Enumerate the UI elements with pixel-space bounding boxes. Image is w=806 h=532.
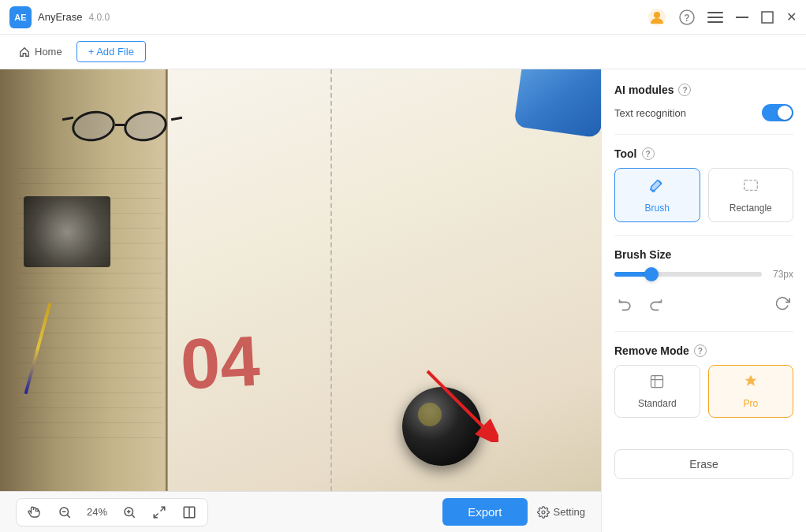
text-recognition-label: Text recognition xyxy=(614,107,686,119)
svg-line-13 xyxy=(67,515,69,517)
undo-button[interactable] xyxy=(614,292,636,318)
svg-point-22 xyxy=(542,511,545,514)
remove-mode-title: Remove Mode ? xyxy=(614,344,793,357)
export-button[interactable]: Export xyxy=(442,498,527,526)
brush-track xyxy=(614,272,762,277)
zoom-out-button[interactable] xyxy=(54,502,75,523)
home-button[interactable]: Home xyxy=(13,43,69,61)
brush-icon xyxy=(648,177,666,198)
tool-title: Tool ? xyxy=(614,147,793,160)
title-bar-left: AE AnyErase 4.0.0 xyxy=(9,6,110,28)
setting-button[interactable]: Setting xyxy=(537,506,585,519)
rectangle-tool-option[interactable]: Rectangle xyxy=(708,168,794,222)
erase-button[interactable]: Erase xyxy=(614,449,793,479)
zoom-in-button[interactable] xyxy=(119,502,140,523)
redo-button[interactable] xyxy=(644,292,666,318)
text-recognition-toggle[interactable] xyxy=(762,104,793,121)
standard-label: Standard xyxy=(638,398,677,409)
remove-mode-help-icon[interactable]: ? xyxy=(694,344,707,357)
app-version: 4.0.0 xyxy=(88,12,110,23)
menu-icon[interactable] xyxy=(707,12,723,23)
nav-bar: Home + Add File xyxy=(0,35,806,69)
rectangle-icon xyxy=(742,177,759,198)
tool-options: Brush Rectangle xyxy=(614,168,793,222)
brush-slider[interactable] xyxy=(614,272,762,277)
pro-icon xyxy=(743,374,759,393)
ai-modules-title: AI modules ? xyxy=(614,84,793,96)
svg-rect-5 xyxy=(707,17,723,18)
text-recognition-row: Text recognition xyxy=(614,104,793,121)
reset-button[interactable] xyxy=(771,292,793,318)
divider-3 xyxy=(614,331,793,332)
image-container[interactable]: 04 xyxy=(0,69,601,491)
main-image: 04 xyxy=(0,69,601,491)
svg-rect-23 xyxy=(744,180,758,191)
title-bar-right: ? ✕ xyxy=(647,8,797,27)
close-icon[interactable]: ✕ xyxy=(786,9,797,24)
remove-options: Standard Pro xyxy=(614,365,793,418)
canvas-area: 04 xyxy=(0,69,601,532)
svg-rect-4 xyxy=(707,12,723,13)
maximize-icon[interactable] xyxy=(761,11,774,24)
blue-mug xyxy=(498,69,601,148)
brush-thumb[interactable] xyxy=(644,267,659,281)
tool-help-icon[interactable]: ? xyxy=(642,147,655,160)
app-logo: AE xyxy=(9,6,32,28)
split-view-button[interactable] xyxy=(179,502,200,523)
brush-size-value: 73px xyxy=(770,269,793,280)
ai-modules-section: AI modules ? Text recognition xyxy=(614,84,793,121)
zoom-level: 24% xyxy=(84,506,110,518)
right-panel: AI modules ? Text recognition Tool ? xyxy=(601,69,806,532)
pro-label: Pro xyxy=(743,398,758,409)
help-icon[interactable]: ? xyxy=(679,9,695,25)
svg-rect-24 xyxy=(651,376,663,388)
toggle-knob xyxy=(778,106,792,120)
setting-icon xyxy=(537,506,550,519)
add-file-button[interactable]: + Add File xyxy=(76,41,146,62)
brush-size-section: Brush Size 73px xyxy=(614,248,793,280)
divider-1 xyxy=(614,134,793,135)
svg-text:?: ? xyxy=(684,12,689,23)
brush-size-row: 73px xyxy=(614,269,793,280)
standard-icon xyxy=(649,374,665,393)
svg-rect-8 xyxy=(762,12,773,23)
title-bar: AE AnyErase 4.0.0 ? xyxy=(0,0,806,35)
main-content: 04 xyxy=(0,69,806,532)
brush-label: Brush xyxy=(645,203,670,214)
tool-section: Tool ? Brush xyxy=(614,147,793,222)
user-icon[interactable] xyxy=(647,8,666,27)
minimize-icon[interactable] xyxy=(736,17,748,18)
home-label: Home xyxy=(35,46,62,58)
home-icon xyxy=(19,47,30,58)
remove-mode-section: Remove Mode ? Standard xyxy=(614,344,793,418)
pan-tool-button[interactable] xyxy=(24,502,45,523)
lens-cap xyxy=(402,387,481,466)
svg-line-19 xyxy=(154,513,158,517)
svg-rect-7 xyxy=(736,17,748,18)
svg-rect-6 xyxy=(707,21,723,23)
svg-line-18 xyxy=(161,507,165,511)
svg-line-17 xyxy=(132,515,134,517)
app-name: AnyErase xyxy=(38,11,82,23)
brush-tool-option[interactable]: Brush xyxy=(614,168,700,222)
svg-point-1 xyxy=(654,12,660,18)
rectangle-label: Rectangle xyxy=(730,203,772,214)
undo-redo-row xyxy=(614,292,793,318)
standard-mode-option[interactable]: Standard xyxy=(614,365,700,418)
book-number-text: 04 xyxy=(178,326,261,400)
zoom-tools: 24% xyxy=(16,498,208,526)
bottom-toolbar: 24% xyxy=(0,491,601,532)
ai-modules-help-icon[interactable]: ? xyxy=(678,84,691,96)
divider-2 xyxy=(614,235,793,236)
pro-mode-option[interactable]: Pro xyxy=(708,365,794,418)
glasses xyxy=(72,103,174,151)
bottom-right-actions: Export Setting xyxy=(442,498,585,526)
fit-screen-button[interactable] xyxy=(149,502,170,523)
setting-label: Setting xyxy=(554,506,585,518)
brush-size-title: Brush Size xyxy=(614,248,793,261)
